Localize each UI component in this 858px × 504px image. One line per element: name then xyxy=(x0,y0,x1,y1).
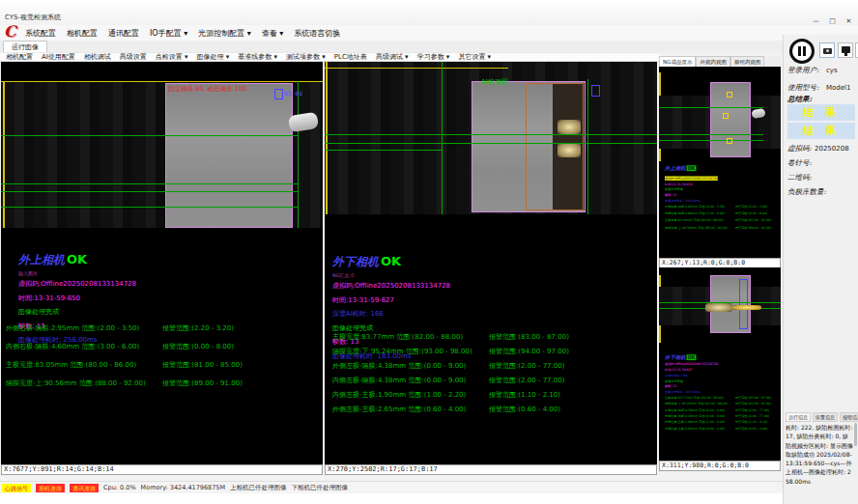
login-user-label: 登录用户: xyxy=(787,66,819,75)
tab-cell-inner-view[interactable]: 极组内观图 xyxy=(730,56,765,67)
measurement-row: 内侧左极-主极:1.90mm 范围:(1.00 - 2.20)报警范围:(1.1… xyxy=(332,390,655,400)
toolbar-image-processing[interactable]: 图像处理 ▾ xyxy=(197,52,230,62)
toolbar-learning-params[interactable]: 学习参数 ▾ xyxy=(417,52,450,62)
control-panel: 登录用户: cys 使用型号: Model1 总结果: 结 果 结 果 虚拟码:… xyxy=(783,35,858,504)
measure-line-vertical xyxy=(298,81,299,228)
lower-result-box: 结 果 xyxy=(787,123,855,139)
toolbar-other-settings[interactable]: 其它设置 ▾ xyxy=(458,52,491,62)
screen-icon xyxy=(842,46,850,53)
measure-line xyxy=(659,107,763,108)
toolbar-advanced-settings[interactable]: 高级设置 xyxy=(120,52,147,62)
camera-lens-icon xyxy=(826,49,829,52)
ng-upper-result-text: 外上相机OK 虚拟码:Offline20250208133134728 时间:1… xyxy=(665,163,781,233)
measure-line xyxy=(325,150,443,151)
snapshot-button[interactable] xyxy=(819,42,835,58)
memory-usage: Memory: 3424.41796875M xyxy=(141,484,226,491)
menu-camera-config[interactable]: 相机配置 xyxy=(67,28,98,39)
lower-camera-canvas[interactable]: AI检测框 外下相机OK NG汇总:0 虚拟码:Offline202502081… xyxy=(325,62,657,464)
blue-marker-box xyxy=(591,85,600,97)
upper-camera-message: 上相机已停处理图像 xyxy=(230,484,287,492)
threshold-overlay-text: 固定阈值:93, 动态阈值:100 xyxy=(168,85,246,94)
toolbar-camera-debug[interactable]: 相机调试 xyxy=(84,52,111,62)
qr-code-label: 二维码: xyxy=(787,173,812,182)
ng-lower-thumbnail-canvas[interactable]: 外下相机OK 虚拟码:Offline20250208133134728 时间:1… xyxy=(659,267,781,461)
toolbar-spot-check[interactable]: 点检设置 ▾ xyxy=(156,52,188,62)
model-label: 使用型号: xyxy=(787,83,819,93)
measure-line xyxy=(325,134,657,135)
app-window: CYS-视觉检测系统 — □ ✕ C 系统配置 相机配置 通讯配置 IO手配置 … xyxy=(0,0,858,504)
measure-line xyxy=(1,183,298,184)
blue-marker-value: 93, 66 xyxy=(284,90,302,97)
upper-camera-canvas[interactable]: 固定阈值:93, 动态阈值:100 93, 66 外上相机OK 输入图片 虚拟码… xyxy=(1,62,323,464)
measurement-row: 隔膜宽度-下:95.24mm 范围:(93.00 - 98.00)报警范围:(9… xyxy=(332,347,655,356)
log-scrollbar[interactable] xyxy=(854,423,857,446)
tab-settings-info[interactable]: 设置信息 xyxy=(813,412,838,422)
toolbar: 相机配置 AI使用配置 相机调试 高级设置 点检设置 ▾ 图像处理 ▾ 基准线参… xyxy=(0,52,659,62)
menu-light-config[interactable]: 光源控制配置 ▾ xyxy=(198,28,251,39)
ai-detection-box xyxy=(526,83,584,210)
ai-box-label: AI检测框 xyxy=(481,77,508,87)
menu-comm-config[interactable]: 通讯配置 xyxy=(108,28,139,39)
measure-line xyxy=(1,135,298,136)
toolbar-plc-table[interactable]: PLC地址表 xyxy=(334,52,367,62)
menu-bar: C 系统配置 相机配置 通讯配置 IO手配置 ▾ 光源控制配置 ▾ 查看 ▾ 系… xyxy=(0,25,858,42)
measure-line xyxy=(1,191,298,192)
lower-camera-pixel-status: X:270;Y:2502;R:17;G:17;B:17 xyxy=(325,464,657,475)
barcode-label: 虚拟码: xyxy=(787,144,812,154)
menu-language-switch[interactable]: 系统语言切换 xyxy=(294,28,340,39)
heartbeat-badge: 心跳信号 xyxy=(2,484,31,492)
toolbar-test-params[interactable]: 测试项参数 ▾ xyxy=(286,52,326,62)
log-tabs: 运行信息 设置信息 报错信息 xyxy=(786,412,858,422)
measure-line xyxy=(325,143,657,144)
pause-button[interactable] xyxy=(789,39,815,64)
measure-line-vertical xyxy=(442,62,443,214)
measurement-row: 外侧左极-隔膜:4.38mm 范围:(0.00 - 9.00)报警范围:(2.0… xyxy=(332,361,655,371)
panel-sub-label: NG汇总:0 xyxy=(332,272,450,278)
winding-needle-label: 卷针号: xyxy=(787,158,812,168)
monitor-button[interactable] xyxy=(838,42,853,58)
camera-connection-badge: 相机连接 xyxy=(36,484,65,492)
blue-marker-box xyxy=(274,89,283,99)
process-done-line: 图像处理完成 xyxy=(332,323,450,333)
menu-view[interactable]: 查看 ▾ xyxy=(262,28,284,39)
login-user-value: cys xyxy=(826,67,838,74)
barcode-line: 虚拟码:Offline20250208133134728 xyxy=(18,279,136,289)
reflective-part xyxy=(705,303,732,312)
toolbar-baseline-params[interactable]: 基准线参数 ▾ xyxy=(238,52,277,62)
tab-outer-inner-view[interactable]: 外观内观图 xyxy=(696,56,730,67)
measurement-row: 外侧右极-隔膜:2.95mm 范围:(2.00 - 3.50)报警范围:(2.2… xyxy=(6,323,321,333)
lower-camera-message: 下相机已停处理图像 xyxy=(292,484,349,492)
barcode-value: 20250208 xyxy=(815,145,849,153)
blue-marker-box xyxy=(739,279,748,329)
tab-run-info[interactable]: 运行信息 xyxy=(786,412,811,422)
yellow-guide-line xyxy=(1,81,323,82)
upper-result-box: 结 果 xyxy=(787,104,855,121)
toolbar-advanced-debug[interactable]: 高级调试 ▾ xyxy=(376,52,409,62)
yellow-marker xyxy=(727,92,732,98)
measurement-row: 主极宽度:83.77mm 范围:(82.00 - 88.00)报警范围:(83.… xyxy=(332,332,655,342)
tab-ng-product[interactable]: NG成品显示 xyxy=(659,56,696,67)
tab-error-info[interactable]: 报错信息 xyxy=(840,412,858,422)
lower-camera-measurements: 主极宽度:83.77mm 范围:(82.00 - 88.00)报警范围:(83.… xyxy=(332,332,655,419)
measurement-row: 外侧左极-主极:2.65mm 范围:(0.60 - 4.00)报警范围:(0.6… xyxy=(332,405,655,414)
measure-line xyxy=(659,134,763,135)
measurement-row: 内侧右极-隔膜:4.60mm 范围:(3.00 - 6.00)报警范围:(0.0… xyxy=(6,342,321,351)
measurement-row: 内侧左极-隔膜:4.38mm 范围:(0.00 - 9.00)报警范围:(2.0… xyxy=(332,376,655,385)
cpu-usage: Cpu: 0.0% xyxy=(103,484,136,491)
menu-system-config[interactable]: 系统配置 xyxy=(25,28,56,39)
measure-line-vertical xyxy=(587,79,588,214)
panel-sub-label: 输入图片 xyxy=(18,270,136,276)
negative-count-label: 负极库数量: xyxy=(787,187,826,197)
screen-stand-icon xyxy=(844,53,847,56)
time-line: 时间:13-31-59-650 xyxy=(18,294,136,303)
title-bar: CYS-视觉检测系统 — □ ✕ xyxy=(0,0,858,25)
tab-strip: 运行图像 xyxy=(0,41,858,52)
ai-time-line: 深度AI耗时: 166 xyxy=(332,309,450,319)
menu-io-config[interactable]: IO手配置 ▾ xyxy=(150,28,187,39)
toolbar-camera-config[interactable]: 相机配置 xyxy=(6,52,33,62)
ng-upper-thumbnail-canvas[interactable]: 外上相机OK 虚拟码:Offline20250208133134728 时间:1… xyxy=(659,67,781,258)
upper-camera-measurements: 外侧右极-隔膜:2.95mm 范围:(2.00 - 3.50)报警范围:(2.2… xyxy=(6,323,321,397)
toolbar-ai-usage[interactable]: AI使用配置 xyxy=(42,52,75,62)
barcode-line: 虚拟码:Offline20250208133134728 xyxy=(332,281,450,291)
measurement-row: 主极宽度:83.05mm 范围:(80.00 - 86.00)报警范围:(81.… xyxy=(6,360,321,370)
